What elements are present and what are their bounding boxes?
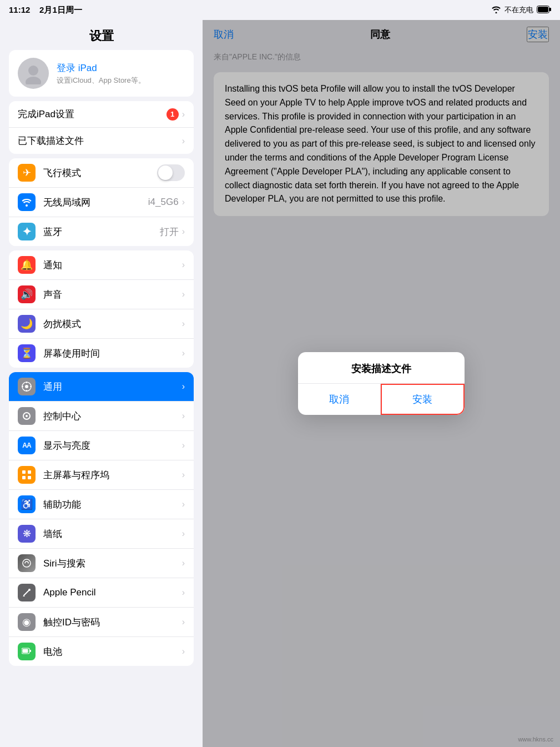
accessibility-chevron: › [182,499,185,509]
display-icon: AA [18,437,36,454]
bluetooth-chevron: › [182,227,185,237]
downloaded-label: 已下载描述文件 [18,134,182,147]
wallpaper-row[interactable]: ❋ 墙纸 › [9,519,194,549]
display-label: 显示与亮度 [43,439,182,452]
battery-row-label: 电池 [43,645,182,658]
screentime-row[interactable]: ⏳ 屏幕使用时间 › [9,339,194,368]
notifications-icon: 🔔 [18,256,36,274]
apple-pencil-row[interactable]: Apple Pencil › [9,578,194,608]
control-center-chevron: › [182,411,185,421]
homescreen-label: 主屏幕与程序坞 [43,469,182,482]
dnd-row[interactable]: 🌙 勿扰模式 › [9,309,194,339]
install-dialog: 安装描述文件 取消 安装 [298,352,465,415]
screentime-label: 屏幕使用时间 [43,347,182,360]
login-sub: 设置iCloud、App Store等。 [57,76,145,86]
svg-rect-2 [538,7,548,12]
svg-rect-10 [30,386,32,387]
svg-point-12 [26,415,28,417]
svg-point-19 [28,589,31,591]
svg-rect-13 [22,470,26,474]
notifications-row[interactable]: 🔔 通知 › [9,250,194,280]
homescreen-chevron: › [182,470,185,480]
svg-point-3 [28,66,38,76]
homescreen-icon [18,466,36,484]
apple-pencil-label: Apple Pencil [43,587,182,598]
main-layout: 设置 登录 iPad 设置iCloud、App Store等。 完成iPad设置… [0,20,560,747]
status-icons: 不在充电 [491,5,551,15]
apple-pencil-icon [18,584,36,601]
display-row[interactable]: AA 显示与亮度 › [9,431,194,460]
accessibility-row[interactable]: ♿ 辅助功能 › [9,490,194,519]
bluetooth-row[interactable]: ✦ 蓝牙 打开 › [9,217,194,246]
dialog-buttons: 取消 安装 [298,384,465,415]
svg-rect-9 [22,386,23,387]
control-center-label: 控制中心 [43,410,182,423]
siri-chevron: › [182,558,185,568]
svg-rect-14 [28,470,31,474]
wifi-row[interactable]: 无线局域网 i4_5G6 › [9,188,194,217]
avatar [18,58,49,89]
siri-icon [18,554,36,572]
battery-icon [537,6,551,15]
accessibility-icon: ♿ [18,495,36,513]
svg-rect-7 [26,382,27,383]
battery-row-chevron: › [182,646,185,656]
svg-point-6 [25,385,28,388]
general-group: 通用 › 控制中心 › AA 显示与亮度 › [9,372,194,666]
wifi-icon [491,6,501,15]
dialog-cancel-button[interactable]: 取消 [298,384,381,415]
downloaded-row[interactable]: 已下载描述文件 › [9,128,194,154]
touchid-row[interactable]: ◉ 触控ID与密码 › [9,608,194,637]
wifi-label: 无线局域网 [43,196,148,209]
wallpaper-icon: ❋ [18,525,36,543]
wallpaper-label: 墙纸 [43,528,182,540]
svg-rect-23 [23,649,28,653]
status-time: 11:12 [9,5,30,14]
general-chevron: › [182,382,185,392]
setup-group: 完成iPad设置 1 › 已下载描述文件 › [9,101,194,154]
downloaded-chevron: › [182,136,185,146]
wifi-chevron: › [182,197,185,207]
dialog-install-button[interactable]: 安装 [381,384,465,415]
airplane-icon: ✈ [18,164,36,182]
screentime-icon: ⏳ [18,344,36,362]
bluetooth-icon: ✦ [18,223,36,240]
bluetooth-value: 打开 [160,225,179,238]
screentime-chevron: › [182,348,185,358]
airplane-toggle[interactable] [157,164,185,181]
svg-point-4 [26,77,41,84]
status-date: 2月1日周一 [39,5,82,14]
control-center-row[interactable]: 控制中心 › [9,402,194,431]
profile-section[interactable]: 登录 iPad 设置iCloud、App Store等。 [9,50,194,97]
general-label: 通用 [43,380,182,393]
siri-label: Siri与搜索 [43,557,182,570]
general-row[interactable]: 通用 › [9,372,194,402]
battery-row-icon [18,643,36,660]
dnd-chevron: › [182,319,185,329]
bluetooth-label: 蓝牙 [43,225,160,238]
touchid-label: 触控ID与密码 [43,616,182,629]
touchid-icon: ◉ [18,613,36,631]
notif-group: 🔔 通知 › 🔊 声音 › 🌙 勿扰模式 › ⏳ 屏幕使用时间 › [9,250,194,368]
profile-text: 登录 iPad 设置iCloud、App Store等。 [57,62,145,86]
svg-rect-8 [26,390,27,392]
battery-row[interactable]: 电池 › [9,637,194,666]
airplane-row[interactable]: ✈ 飞行模式 [9,158,194,188]
siri-row[interactable]: Siri与搜索 › [9,549,194,578]
setup-row[interactable]: 完成iPad设置 1 › [9,101,194,128]
dnd-label: 勿扰模式 [43,318,182,330]
svg-rect-16 [28,476,31,479]
network-group: ✈ 飞行模式 无线局域网 i4_5G6 › ✦ [9,158,194,246]
svg-rect-22 [30,650,32,652]
touchid-chevron: › [182,617,185,627]
sounds-row[interactable]: 🔊 声音 › [9,280,194,309]
homescreen-row[interactable]: 主屏幕与程序坞 › [9,460,194,490]
setup-badge: 1 [167,108,179,121]
svg-rect-1 [549,8,551,11]
login-title: 登录 iPad [57,62,145,74]
apple-pencil-chevron: › [182,588,185,598]
dialog-title: 安装描述文件 [298,352,465,383]
status-time-date: 11:12 2月1日周一 [9,5,82,16]
control-center-icon [18,407,36,425]
svg-line-18 [24,590,29,595]
